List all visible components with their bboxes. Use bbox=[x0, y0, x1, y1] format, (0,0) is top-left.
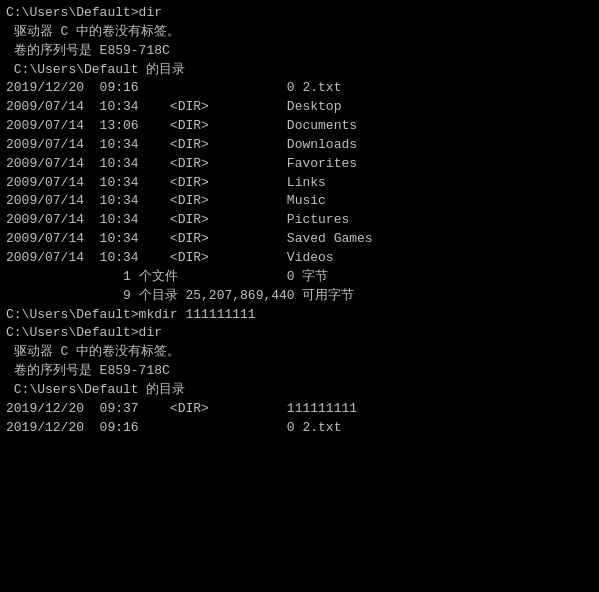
terminal-line: 2019/12/20 09:16 0 2.txt bbox=[6, 79, 593, 98]
terminal-line: 2009/07/14 10:34 <DIR> Downloads bbox=[6, 136, 593, 155]
terminal-line: C:\Users\Default>dir bbox=[6, 4, 593, 23]
terminal-line: 9 个目录 25,207,869,440 可用字节 bbox=[6, 287, 593, 306]
terminal-line: 2019/12/20 09:16 0 2.txt bbox=[6, 419, 593, 438]
terminal-line: 驱动器 C 中的卷没有标签。 bbox=[6, 23, 593, 42]
terminal-line: 2009/07/14 10:34 <DIR> Pictures bbox=[6, 211, 593, 230]
terminal-line: 2009/07/14 13:06 <DIR> Documents bbox=[6, 117, 593, 136]
terminal-line: 2009/07/14 10:34 <DIR> Favorites bbox=[6, 155, 593, 174]
terminal-line: 2009/07/14 10:34 <DIR> Desktop bbox=[6, 98, 593, 117]
terminal-line: 2019/12/20 09:37 <DIR> 111111111 bbox=[6, 400, 593, 419]
terminal-line: C:\Users\Default>mkdir 111111111 bbox=[6, 306, 593, 325]
terminal-line: 驱动器 C 中的卷没有标签。 bbox=[6, 343, 593, 362]
terminal-line: C:\Users\Default 的目录 bbox=[6, 381, 593, 400]
terminal-line: C:\Users\Default>dir bbox=[6, 324, 593, 343]
terminal-line: 1 个文件 0 字节 bbox=[6, 268, 593, 287]
terminal-line: 2009/07/14 10:34 <DIR> Music bbox=[6, 192, 593, 211]
terminal-window[interactable]: C:\Users\Default>dir 驱动器 C 中的卷没有标签。 卷的序列… bbox=[0, 0, 599, 592]
terminal-line: 2009/07/14 10:34 <DIR> Saved Games bbox=[6, 230, 593, 249]
terminal-line: 2009/07/14 10:34 <DIR> Links bbox=[6, 174, 593, 193]
terminal-line: 卷的序列号是 E859-718C bbox=[6, 42, 593, 61]
terminal-line: C:\Users\Default 的目录 bbox=[6, 61, 593, 80]
terminal-line: 卷的序列号是 E859-718C bbox=[6, 362, 593, 381]
terminal-line: 2009/07/14 10:34 <DIR> Videos bbox=[6, 249, 593, 268]
